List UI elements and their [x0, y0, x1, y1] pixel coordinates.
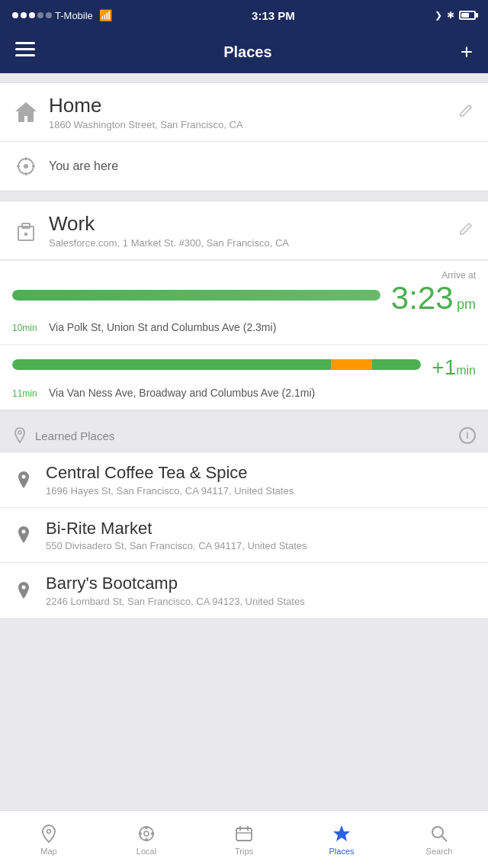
plus-min-label: min [456, 364, 476, 377]
carrier-label: T-Mobile [55, 10, 93, 21]
work-info: Work Salesforce.com, 1 Market St. #300, … [49, 212, 456, 249]
tab-places[interactable]: Places [293, 811, 390, 868]
svg-point-18 [144, 831, 149, 836]
tab-map-label: Map [40, 847, 56, 856]
svg-point-20 [145, 838, 148, 841]
svg-point-15 [22, 585, 26, 589]
you-are-here-label: You are here [49, 159, 118, 173]
home-edit-button[interactable] [456, 101, 476, 124]
info-label: i [466, 430, 468, 441]
signal-dot-4 [37, 12, 43, 18]
learned-place-address-1: 550 Divisadero St, San Francisco, CA 941… [46, 540, 307, 551]
progress-bar-2-container [12, 359, 421, 376]
map-tab-icon [39, 824, 59, 844]
header: Places + [0, 31, 488, 73]
learned-place-address-0: 1696 Hayes St, San Francisco, CA 94117, … [46, 485, 294, 497]
signal-dot-1 [12, 12, 18, 18]
svg-point-19 [145, 826, 148, 829]
svg-marker-27 [333, 825, 350, 841]
learned-place-item-1[interactable]: Bi-Rite Market 550 Divisadero St, San Fr… [0, 508, 488, 563]
pin-icon-1 [12, 526, 35, 544]
work-icon [12, 217, 40, 244]
arrive-time-display: 3:23 pm [391, 282, 476, 314]
tab-places-label: Places [329, 847, 354, 856]
main-content: Home 1860 Washington Street, San Francis… [0, 73, 488, 810]
svg-rect-23 [236, 828, 252, 841]
work-edit-button[interactable] [456, 219, 476, 243]
learned-places-title-row: Learned Places [12, 427, 114, 444]
home-icon [12, 98, 40, 126]
location-target-icon [12, 153, 40, 180]
pin-icon-0 [12, 471, 35, 489]
learned-place-info-2: Barry's Bootcamp 2246 Lombard St, San Fr… [46, 574, 305, 606]
tab-local[interactable]: Local [98, 811, 195, 868]
learned-places-list: Central Coffee Tea & Spice 1696 Hayes St… [0, 452, 488, 618]
signal-dot-5 [46, 12, 52, 18]
tab-trips-label: Trips [235, 847, 253, 856]
home-address: 1860 Washington Street, San Francisco, C… [49, 119, 456, 130]
search-tab-icon [429, 824, 449, 844]
signal-dot-2 [21, 12, 27, 18]
svg-point-14 [22, 530, 26, 534]
add-button[interactable]: + [461, 40, 473, 64]
places-tab-icon [332, 824, 352, 844]
route-1: Arrive at 3:23 pm 10min Via Polk St, Uni… [0, 260, 488, 344]
learned-place-item-2[interactable]: Barry's Bootcamp 2246 Lombard St, San Fr… [0, 563, 488, 618]
progress-bar-1 [12, 290, 380, 301]
menu-button[interactable] [15, 42, 35, 62]
bluetooth-icon: ✱ [447, 10, 454, 21]
route-time-row-2: +1min [12, 355, 476, 380]
svg-rect-1 [15, 48, 35, 50]
work-card: Work Salesforce.com, 1 Market St. #300, … [0, 201, 488, 410]
svg-point-12 [18, 431, 21, 434]
svg-point-4 [24, 164, 28, 169]
home-info: Home 1860 Washington Street, San Francis… [49, 94, 456, 130]
learned-place-address-2: 2246 Lombard St, San Francisco, CA 94123… [46, 596, 305, 607]
plus-time-value: +1min [432, 355, 476, 379]
progress-bar-2-fill [12, 359, 421, 370]
tab-local-label: Local [136, 847, 156, 856]
you-are-here-row: You are here [0, 142, 488, 191]
tab-map[interactable]: Map [0, 811, 98, 868]
svg-rect-0 [15, 42, 35, 44]
learned-place-info-1: Bi-Rite Market 550 Divisadero St, San Fr… [46, 519, 307, 551]
progress-bar-1-fill [12, 290, 380, 301]
arrive-time-value: 3:23 [391, 280, 454, 316]
route-desc-2: Via Van Ness Ave, Broadway and Columbus … [49, 387, 315, 399]
tab-search[interactable]: Search [390, 811, 488, 868]
status-left: T-Mobile 📶 [12, 9, 112, 21]
learned-place-name-1: Bi-Rite Market [46, 519, 307, 538]
route-mins-label-2: min [22, 388, 37, 399]
tab-bar: Map Local Trips Places Search [0, 810, 488, 868]
learned-places-title: Learned Places [35, 429, 114, 442]
learned-place-name-0: Central Coffee Tea & Spice [46, 463, 294, 483]
learned-place-item-0[interactable]: Central Coffee Tea & Spice 1696 Hayes St… [0, 452, 488, 507]
progress-bar-2 [12, 359, 421, 370]
route-mins-value-2: 11 [12, 388, 22, 399]
learned-place-info-0: Central Coffee Tea & Spice 1696 Hayes St… [46, 463, 294, 496]
status-time: 3:13 PM [252, 9, 295, 22]
route-detail-2: 11min Via Van Ness Ave, Broadway and Col… [12, 384, 476, 400]
route-mins-value-1: 10 [12, 323, 22, 333]
signal-dots [12, 12, 52, 18]
work-header: Work Salesforce.com, 1 Market St. #300, … [0, 201, 488, 260]
svg-rect-2 [15, 54, 35, 56]
svg-point-13 [22, 475, 26, 479]
progress-bar-1-container [12, 290, 380, 307]
signal-dot-3 [29, 12, 35, 18]
route-2: +1min 11min Via Van Ness Ave, Broadway a… [0, 344, 488, 410]
svg-point-21 [139, 832, 142, 835]
home-card: Home 1860 Washington Street, San Francis… [0, 82, 488, 191]
tab-trips[interactable]: Trips [195, 811, 293, 868]
route-desc-1: Via Polk St, Union St and Columbus Ave (… [49, 321, 276, 333]
route-mins-label-1: min [22, 323, 37, 333]
svg-point-28 [432, 827, 443, 837]
plus-time-display: +1min [432, 355, 476, 380]
arrive-at-label-1: Arrive at [12, 270, 476, 281]
work-name: Work [49, 212, 456, 236]
work-address: Salesforce.com, 1 Market St. #300, San F… [49, 237, 456, 249]
route-mins-1: 10min [12, 319, 43, 335]
learned-place-name-2: Barry's Bootcamp [46, 574, 305, 593]
learned-places-info-button[interactable]: i [459, 427, 476, 444]
pin-icon-2 [12, 581, 35, 600]
